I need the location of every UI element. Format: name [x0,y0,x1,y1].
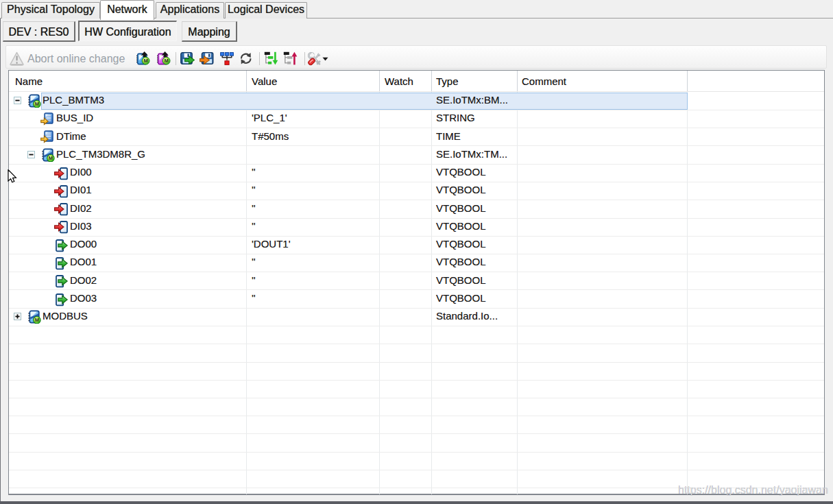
svg-text:M: M [164,58,168,64]
svg-text:M: M [35,317,39,323]
svg-text:M: M [143,58,147,64]
svg-text:M: M [49,155,53,161]
svg-text:M: M [35,101,39,107]
